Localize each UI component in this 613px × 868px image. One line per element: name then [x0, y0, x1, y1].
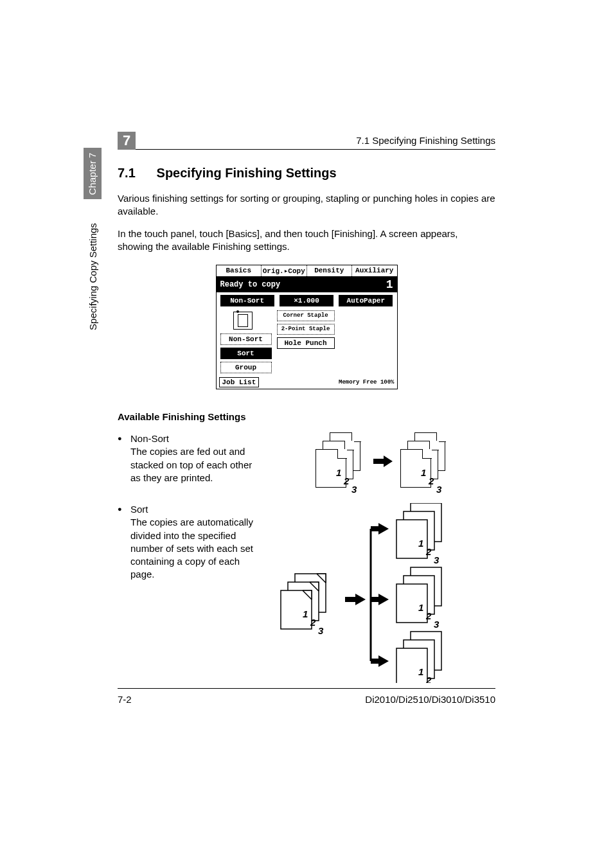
tab-orig-copy[interactable]: Orig.▸Copy	[262, 265, 307, 276]
section-side-label: Specifying Copy Settings	[84, 212, 102, 341]
svg-rect-11	[371, 597, 380, 602]
section-number: 7.1	[118, 166, 153, 181]
btn-non-sort[interactable]: Non-Sort	[220, 333, 272, 345]
touch-panel-figure: Basics Orig.▸Copy Density Auxiliary Read…	[118, 265, 495, 389]
body: 7.1 Specifying Finishing Settings Variou…	[118, 166, 495, 698]
item-sort: Sort The copies are automatically divide…	[118, 503, 495, 686]
section-title: Specifying Finishing Settings	[157, 166, 337, 180]
panel-status-text: Ready to copy	[220, 280, 281, 289]
svg-marker-14	[378, 655, 389, 667]
panel-summary-row: Non-Sort ×1.000 AutoPaper	[217, 292, 397, 309]
item-non-sort-desc: The copies are fed out and stacked on to…	[118, 445, 259, 484]
chapter-tab-label: Chapter 7	[87, 152, 98, 195]
item-non-sort-text: Non-Sort The copies are fed out and stac…	[118, 432, 272, 490]
panel-copy-count: 1	[386, 279, 393, 290]
memory-free-label: Memory Free	[339, 379, 377, 385]
sheet-icon	[315, 449, 346, 488]
touch-panel: Basics Orig.▸Copy Density Auxiliary Read…	[216, 265, 398, 389]
svg-marker-7	[355, 594, 366, 605]
page-num: 2	[429, 475, 434, 486]
panel-tabs: Basics Orig.▸Copy Density Auxiliary	[217, 265, 397, 277]
nonsort-output-stack: 1 2 3	[400, 432, 452, 490]
item-sort-name: Sort	[130, 504, 148, 515]
item-sort-desc: The copies are automatically divided int…	[118, 516, 259, 581]
page-num: 1	[303, 608, 308, 619]
tab-auxiliary[interactable]: Auxiliary	[352, 265, 397, 276]
chapter-tab: Chapter 7	[84, 148, 102, 199]
svg-text:1: 1	[418, 538, 423, 549]
page-num: 1	[421, 467, 426, 478]
svg-marker-12	[378, 594, 389, 605]
svg-rect-6	[345, 597, 357, 602]
summary-sort[interactable]: Non-Sort	[220, 295, 274, 306]
sort-diagram-svg: 1 2 3	[274, 503, 493, 683]
chapter-number-box: 7	[118, 132, 136, 150]
running-header: 7.1 Specifying Finishing Settings	[356, 135, 495, 146]
panel-status-bar: Ready to copy 1	[217, 277, 397, 292]
svg-text:3: 3	[434, 619, 440, 630]
btn-sort[interactable]: Sort	[220, 348, 272, 359]
section-side-label-text: Specifying Copy Settings	[87, 223, 98, 330]
item-sort-figure: 1 2 3	[272, 503, 495, 686]
page-num: 3	[351, 484, 357, 495]
document-icon	[233, 312, 253, 330]
intro-paragraph-1: Various finishing settings for sorting o…	[118, 192, 495, 218]
chapter-number: 7	[123, 132, 130, 149]
footer-page-number: 7-2	[118, 694, 132, 705]
footer-rule	[118, 688, 495, 689]
nonsort-input-stack: 1 2 3	[315, 432, 367, 490]
panel-options: Non-Sort Sort Group Corner Staple 2-Poin…	[217, 309, 397, 377]
summary-paper[interactable]: AutoPaper	[339, 295, 393, 306]
svg-rect-13	[371, 659, 380, 664]
bullet-icon	[118, 432, 130, 445]
svg-text:2: 2	[425, 546, 432, 557]
arrow-right-icon	[373, 457, 394, 466]
svg-text:1: 1	[418, 666, 423, 677]
item-non-sort-name: Non-Sort	[130, 433, 169, 444]
svg-text:1: 1	[418, 602, 423, 613]
page-num: 1	[336, 467, 341, 478]
svg-rect-29	[396, 648, 427, 683]
summary-zoom[interactable]: ×1.000	[280, 295, 333, 306]
panel-right-col: Corner Staple 2-Point Staple Hole Punch	[277, 310, 335, 373]
section-heading: 7.1 Specifying Finishing Settings	[118, 166, 495, 181]
item-non-sort-figure: 1 2 3 1 2 3	[272, 432, 495, 490]
page-num: 3	[436, 484, 441, 495]
available-heading: Available Finishing Settings	[118, 411, 495, 422]
memory-free: Memory Free 100%	[339, 380, 394, 385]
svg-rect-9	[371, 526, 380, 531]
footer-models: Di2010/Di2510/Di3010/Di3510	[365, 694, 495, 705]
btn-hole-punch[interactable]: Hole Punch	[277, 337, 335, 349]
page-num: 2	[310, 617, 316, 628]
svg-text:2: 2	[425, 675, 432, 683]
panel-footer: Job List Memory Free 100%	[217, 377, 397, 389]
item-non-sort: Non-Sort The copies are fed out and stac…	[118, 432, 495, 490]
svg-text:2: 2	[425, 610, 432, 621]
tab-basics[interactable]: Basics	[217, 265, 262, 276]
page: Chapter 7 Specifying Copy Settings 7 7.1…	[0, 0, 613, 868]
item-sort-text: Sort The copies are automatically divide…	[118, 503, 272, 686]
btn-2point-staple[interactable]: 2-Point Staple	[277, 324, 335, 335]
page-num: 2	[344, 475, 349, 486]
memory-free-value: 100%	[380, 379, 395, 385]
page-num: 3	[318, 625, 324, 636]
svg-marker-10	[378, 523, 389, 535]
svg-text:3: 3	[434, 554, 440, 565]
btn-corner-staple[interactable]: Corner Staple	[277, 310, 335, 321]
header-rule	[136, 149, 495, 150]
bullet-icon	[118, 503, 130, 516]
btn-job-list[interactable]: Job List	[219, 377, 260, 387]
intro-paragraph-2: In the touch panel, touch [Basics], and …	[118, 227, 495, 254]
tab-density[interactable]: Density	[307, 265, 353, 276]
sheet-icon	[400, 449, 431, 488]
panel-left-col: Non-Sort Sort Group	[220, 310, 272, 373]
btn-group[interactable]: Group	[220, 362, 272, 373]
